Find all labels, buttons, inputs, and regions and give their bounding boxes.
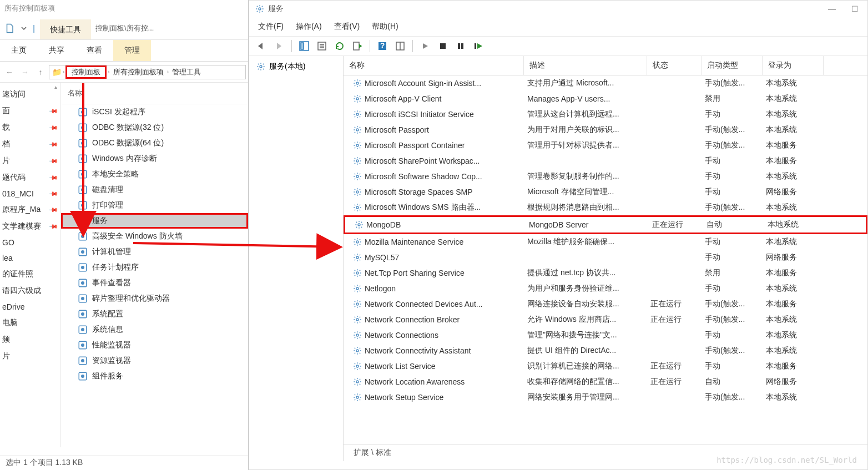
nav-item[interactable]: 档📌 xyxy=(0,136,60,153)
nav-item[interactable]: 语四六级成 xyxy=(0,282,60,299)
nav-item[interactable]: 原程序_Ma📌 xyxy=(0,201,60,218)
scroll-up-icon[interactable]: ▴ xyxy=(52,84,59,90)
nav-item[interactable]: GO xyxy=(0,235,60,250)
ribbon-context-tab[interactable]: 快捷工具 xyxy=(40,19,91,39)
export-icon[interactable] xyxy=(351,40,364,52)
service-row[interactable]: Microsoft SharePoint Workspac...手动本地服务 xyxy=(344,153,867,169)
tab-share[interactable]: 共享 xyxy=(38,40,75,61)
service-row[interactable]: Mozilla Maintenance ServiceMozilla 维护服务能… xyxy=(344,234,867,250)
service-row[interactable]: MongoDBMongoDB Server正在运行自动本地系统 xyxy=(344,215,867,234)
admin-tool-item[interactable]: 本地安全策略 xyxy=(61,166,248,182)
maximize-icon[interactable]: ☐ xyxy=(851,4,859,13)
nav-item[interactable]: 片 xyxy=(0,348,60,365)
admin-tool-item[interactable]: 任务计划程序 xyxy=(61,260,248,275)
nav-fwd-icon[interactable]: → xyxy=(18,66,32,78)
admin-tool-item[interactable]: 性能监视器 xyxy=(61,337,248,353)
menu-action[interactable]: 操作(A) xyxy=(296,22,322,32)
tab-view[interactable]: 查看 xyxy=(75,40,113,61)
forward-icon[interactable] xyxy=(272,40,286,52)
admin-tool-item[interactable]: 碎片整理和优化驱动器 xyxy=(61,291,248,306)
address-seg-all-items[interactable]: 所有控制面板项 xyxy=(111,67,166,77)
service-row[interactable]: Microsoft Storage Spaces SMPMicrosoft 存储… xyxy=(344,184,867,200)
service-row[interactable]: Microsoft Account Sign-in Assist...支持用户通… xyxy=(344,75,867,91)
nav-item[interactable]: eDrive xyxy=(0,299,60,315)
menu-file[interactable]: 文件(F) xyxy=(258,22,284,32)
service-row[interactable]: Network List Service识别计算机已连接的网络...正在运行手动… xyxy=(344,358,867,374)
col-logon[interactable]: 登录为 xyxy=(763,56,824,75)
service-row[interactable]: Network Connection Broker允许 Windows 应用商店… xyxy=(344,312,867,327)
service-row[interactable]: Microsoft Passport Container管理用于针对标识提供者.… xyxy=(344,138,867,153)
service-row[interactable]: Network Connected Devices Aut...网络连接设备自动… xyxy=(344,296,867,312)
service-row[interactable]: Netlogon为用户和服务身份验证维...手动本地系统 xyxy=(344,281,867,296)
admin-tool-item[interactable]: iSCSI 发起程序 xyxy=(61,104,248,120)
chevron-right-icon[interactable]: › xyxy=(63,69,64,75)
refresh-icon[interactable] xyxy=(333,40,346,52)
nav-item[interactable]: 频 xyxy=(0,331,60,348)
col-start[interactable]: 启动类型 xyxy=(702,56,763,75)
service-row[interactable]: Network Location Awareness收集和存储网络的配置信...… xyxy=(344,374,867,390)
admin-tool-item[interactable]: 资源监视器 xyxy=(61,353,248,368)
nav-item[interactable]: 电脑 xyxy=(0,315,60,331)
restart-service-icon[interactable] xyxy=(472,40,485,52)
nav-back-icon[interactable]: ← xyxy=(2,66,17,78)
nav-item[interactable]: lea xyxy=(0,250,60,266)
col-name[interactable]: 名称 xyxy=(344,56,524,75)
admin-tool-item[interactable]: 服务 xyxy=(61,213,248,229)
service-row[interactable]: MySQL57手动网络服务 xyxy=(344,250,867,265)
minimize-icon[interactable]: — xyxy=(828,4,836,13)
back-icon[interactable] xyxy=(255,40,268,52)
services-list[interactable]: Microsoft Account Sign-in Assist...支持用户通… xyxy=(344,75,867,444)
address-box[interactable]: 📁 › 控制面板 › 所有控制面板项 › 管理工具 xyxy=(49,65,246,79)
service-row[interactable]: Network Connectivity Assistant提供 UI 组件的 … xyxy=(344,343,867,358)
show-hide-tree-icon[interactable] xyxy=(297,40,311,52)
admin-tool-item[interactable]: Windows 内存诊断 xyxy=(61,151,248,166)
help-icon[interactable]: ? xyxy=(376,40,389,52)
col-state[interactable]: 状态 xyxy=(647,56,702,75)
nav-item[interactable]: 文学建模赛📌 xyxy=(0,218,60,235)
start-service-icon[interactable] xyxy=(418,40,432,52)
admin-tool-item[interactable]: 系统配置 xyxy=(61,306,248,322)
qat-dropdown-icon[interactable] xyxy=(19,17,29,39)
chevron-right-icon[interactable]: › xyxy=(167,69,169,75)
admin-tool-item[interactable]: ODBC 数据源(64 位) xyxy=(61,135,248,151)
admin-tool-item[interactable]: 计算机管理 xyxy=(61,244,248,260)
tree-item-services-local[interactable]: 服务(本地) xyxy=(253,59,340,74)
admin-tool-item[interactable]: 磁盘清理 xyxy=(61,182,248,198)
properties-icon[interactable] xyxy=(315,40,329,52)
admin-tool-item[interactable]: ODBC 数据源(32 位) xyxy=(61,120,248,135)
service-row[interactable]: Network Connections管理"网络和拨号连接"文...手动本地系统 xyxy=(344,327,867,343)
menu-view[interactable]: 查看(V) xyxy=(334,22,360,32)
service-row[interactable]: Microsoft iSCSI Initiator Service管理从这台计算… xyxy=(344,107,867,122)
admin-tool-item[interactable]: 打印管理 xyxy=(61,198,248,213)
chevron-right-icon[interactable]: › xyxy=(108,69,109,75)
column-header-name[interactable]: 名称 xyxy=(61,83,248,104)
file-icon[interactable] xyxy=(1,17,18,39)
admin-tool-item[interactable]: 系统信息 xyxy=(61,322,248,337)
tab-manage[interactable]: 管理 xyxy=(113,40,151,61)
nav-item[interactable]: 面📌 xyxy=(0,103,60,119)
admin-tool-item[interactable]: 高级安全 Windows 防火墙 xyxy=(61,229,248,244)
col-desc[interactable]: 描述 xyxy=(524,56,647,75)
service-row[interactable]: Microsoft Passport为用于对用户关联的标识...手动(触发...… xyxy=(344,122,867,138)
tab-home[interactable]: 主页 xyxy=(0,40,38,61)
column-icon[interactable] xyxy=(393,40,407,52)
service-row[interactable]: Microsoft Software Shadow Cop...管理卷影复制服务… xyxy=(344,169,867,184)
admin-tool-item[interactable]: 组件服务 xyxy=(61,368,248,384)
address-seg-admin-tools[interactable]: 管理工具 xyxy=(170,67,203,77)
service-row[interactable]: Microsoft Windows SMS 路由器...根据规则将消息路由到相.… xyxy=(344,200,867,215)
stop-service-icon[interactable] xyxy=(436,40,450,52)
nav-item[interactable]: 题代码📌 xyxy=(0,169,60,186)
nav-up-icon[interactable]: ↑ xyxy=(33,66,48,78)
bottom-tabs-text[interactable]: 扩展 \ 标准 xyxy=(350,447,395,459)
nav-item[interactable]: 的证件照 xyxy=(0,266,60,282)
nav-item[interactable]: 018_MCI📌 xyxy=(0,186,60,201)
service-row[interactable]: Microsoft App-V ClientManages App-V user… xyxy=(344,91,867,107)
address-seg-control-panel[interactable]: 控制面板 xyxy=(65,65,107,79)
menu-help[interactable]: 帮助(H) xyxy=(372,22,398,32)
service-row[interactable]: Net.Tcp Port Sharing Service提供通过 net.tcp… xyxy=(344,265,867,281)
admin-tool-item[interactable]: 事件查看器 xyxy=(61,275,248,291)
nav-item[interactable]: 片📌 xyxy=(0,153,60,169)
pause-service-icon[interactable] xyxy=(454,40,467,52)
service-row[interactable]: Network Setup Service网络安装服务用于管理网...手动(触发… xyxy=(344,390,867,405)
nav-item[interactable]: 载📌 xyxy=(0,119,60,136)
